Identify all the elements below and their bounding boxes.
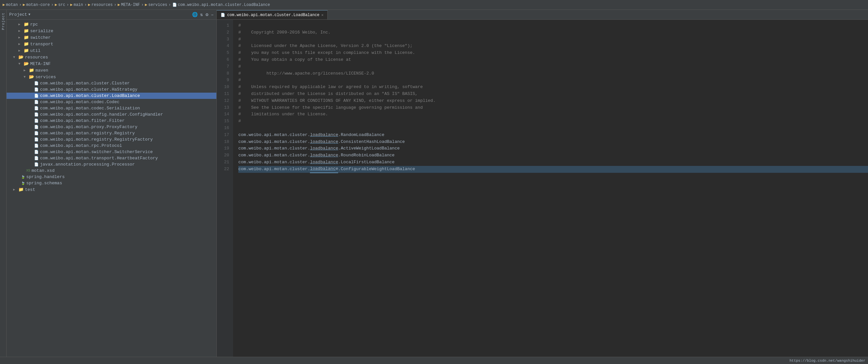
- ln-10: 10: [217, 84, 233, 91]
- tree-item-cluster[interactable]: 📄 com.weibo.api.motan.cluster.Cluster: [6, 80, 216, 86]
- chevron-down-icon[interactable]: ▼: [29, 13, 31, 17]
- ln-3: 3: [217, 36, 233, 43]
- tree-item-rpc[interactable]: ▶ 📁 rpc: [6, 21, 216, 28]
- editor-tab-loadbalance[interactable]: 📄 com.weibo.api.motan.cluster.LoadBalanc…: [217, 10, 328, 20]
- folder-icon-resources: ▶: [88, 2, 90, 7]
- tree-item-util[interactable]: ▶ 📁 util: [6, 47, 216, 54]
- folder-icon-transport: 📁: [24, 41, 29, 47]
- folder-icon-serialize: 📁: [24, 28, 29, 33]
- code-line-9: #: [238, 77, 868, 84]
- arrow-util: ▶: [19, 49, 24, 53]
- arrow-rpc: ▶: [19, 22, 24, 26]
- minimize-icon[interactable]: –: [211, 12, 214, 18]
- tree-item-springschemas[interactable]: 🍃 spring.schemas: [6, 180, 216, 186]
- tree-item-hastrategy[interactable]: 📄 com.weibo.api.motan.cluster.HaStrategy: [6, 86, 216, 93]
- tree-item-services[interactable]: ▼ 📂 services: [6, 73, 216, 80]
- file-icon-proxyfactory: 📄: [34, 125, 39, 129]
- breadcrumb-motan-core[interactable]: ▶ motan-core: [23, 2, 50, 7]
- ln-15: 15: [217, 118, 233, 125]
- tree-item-serialization[interactable]: 📄 com.weibo.api.motan.codec.Serializatio…: [6, 105, 216, 111]
- arrow-resources: ▼: [13, 56, 19, 59]
- folder-icon-services: 📂: [29, 74, 34, 80]
- ln-14: 14: [217, 111, 233, 118]
- tree-item-springhandlers[interactable]: 🍃 spring.handlers: [6, 174, 216, 180]
- ln-8: 8: [217, 70, 233, 77]
- file-icon-registry: 📄: [34, 131, 39, 135]
- tree-item-transport[interactable]: ▶ 📁 transport: [6, 41, 216, 47]
- code-line-5: # you may not use this file except in co…: [238, 50, 868, 57]
- tree-item-proxyfactory[interactable]: 📄 com.weibo.api.motan.proxy.ProxyFactory: [6, 124, 216, 130]
- tree-item-resources[interactable]: ▼ 📂 resources: [6, 54, 216, 60]
- tree-item-processor[interactable]: 📄 javax.annotation.processing.Processor: [6, 161, 216, 168]
- ln-4: 4: [217, 43, 233, 50]
- ln-22: 22: [217, 166, 233, 173]
- folder-icon-src: ▶: [55, 2, 57, 7]
- editor-area: 📄 com.weibo.api.motan.cluster.LoadBalanc…: [217, 10, 868, 357]
- code-line-11: # distributed under the License is distr…: [238, 91, 868, 97]
- code-line-6: # You may obtain a copy of the License a…: [238, 57, 868, 63]
- breadcrumb-file[interactable]: 📄 com.weibo.api.motan.cluster.LoadBalanc…: [172, 3, 270, 7]
- folder-icon-test: 📁: [19, 187, 24, 192]
- ln-18: 18: [217, 139, 233, 146]
- tree-item-confighandler[interactable]: 📄 com.weibo.api.motan.config.handler.Con…: [6, 111, 216, 118]
- tree-item-registryfactory[interactable]: 📄 com.weibo.api.motan.registry.RegistryF…: [6, 136, 216, 143]
- project-tree: ▶ 📁 rpc ▶ 📁 serialize ▶ 📁 switcher: [6, 20, 216, 357]
- code-line-13: # See the License for the specific langu…: [238, 104, 868, 111]
- project-panel: Project ▼ 🌐 ⇅ ⚙ – ▶ 📁 rpc ▶ 📁: [6, 10, 217, 357]
- editor-tabs: 📄 com.weibo.api.motan.cluster.LoadBalanc…: [217, 10, 868, 20]
- tree-item-motanxsd[interactable]: XS motan.xsd: [6, 168, 216, 174]
- code-line-14: # limitations under the License.: [238, 111, 868, 118]
- breadcrumb-src[interactable]: ▶ src: [55, 2, 65, 7]
- folder-icon-switcher: 📁: [24, 35, 29, 40]
- tree-item-maven[interactable]: ▶ 📁 maven: [6, 67, 216, 73]
- ln-11: 11: [217, 91, 233, 97]
- arrow-maven: ▶: [24, 68, 29, 72]
- code-line-15: #: [238, 118, 868, 125]
- tab-close-button[interactable]: ✕: [321, 13, 324, 17]
- breadcrumb-main[interactable]: ▶ main: [70, 2, 83, 7]
- globe-icon[interactable]: 🌐: [192, 12, 198, 18]
- tree-item-registry[interactable]: 📄 com.weibo.api.motan.registry.Registry: [6, 130, 216, 136]
- tree-item-heartbeat[interactable]: 📄 com.weibo.api.motan.transport.Heartbea…: [6, 155, 216, 161]
- folder-icon: ▶: [23, 2, 25, 7]
- folder-icon-resources-tree: 📂: [19, 55, 24, 60]
- tree-item-protocol[interactable]: 📄 com.weibo.api.motan.rpc.Protocol: [6, 143, 216, 149]
- breadcrumb-meta-inf[interactable]: ▶ META-INF: [118, 2, 140, 7]
- tree-item-switcherservice[interactable]: 📄 com.weibo.api.motan.switcher.SwitcherS…: [6, 149, 216, 155]
- gear-icon[interactable]: ⚙: [206, 12, 208, 18]
- tree-item-filter[interactable]: 📄 com.weibo.api.motan.filter.Filter: [6, 118, 216, 124]
- code-line-20: com.weibo.api.motan.cluster.loadbalance.…: [238, 152, 868, 159]
- sync-icon[interactable]: ⇅: [200, 12, 203, 18]
- file-icon-switcherservice: 📄: [34, 150, 39, 154]
- code-line-4: # Licensed under the Apache License, Ver…: [238, 43, 868, 50]
- tree-item-serialize[interactable]: ▶ 📁 serialize: [6, 28, 216, 34]
- ln-12: 12: [217, 97, 233, 104]
- arrow-transport: ▶: [19, 42, 24, 46]
- file-icon-motanxsd: XS: [26, 169, 30, 173]
- tree-item-codec[interactable]: 📄 com.weibo.api.motan.codec.Codec: [6, 99, 216, 105]
- file-icon-cluster: 📄: [34, 81, 39, 85]
- tab-label: com.weibo.api.motan.cluster.LoadBalance: [227, 13, 319, 18]
- ln-9: 9: [217, 77, 233, 84]
- file-icon-springschemas: 🍃: [21, 181, 25, 185]
- folder-icon-util: 📁: [24, 48, 29, 53]
- folder-icon-services: ▶: [145, 2, 147, 7]
- file-icon-serialization: 📄: [34, 106, 39, 111]
- breadcrumb-resources[interactable]: ▶ resources: [88, 2, 113, 7]
- editor-content: 1 2 3 4 5 6 7 8 9 10 11 12 13 14 15 16 1…: [217, 20, 868, 357]
- code-line-12: # WITHOUT WARRANTIES OR CONDITIONS OF AN…: [238, 97, 868, 104]
- file-icon-codec: 📄: [34, 100, 39, 104]
- tree-item-test[interactable]: ▶ 📁 test: [6, 186, 216, 193]
- code-line-8: # http://www.apache.org/licenses/LICENSE…: [238, 70, 868, 77]
- tree-item-meta-inf[interactable]: ▼ 📂 META-INF: [6, 60, 216, 67]
- project-strip-label[interactable]: Project: [1, 11, 5, 31]
- arrow-switcher: ▶: [19, 35, 24, 39]
- tree-item-switcher[interactable]: ▶ 📁 switcher: [6, 34, 216, 41]
- tree-item-loadbalance[interactable]: 📄 com.weibo.api.motan.cluster.LoadBalanc…: [6, 93, 216, 99]
- arrow-test: ▶: [13, 188, 19, 191]
- code-area[interactable]: # # Copyright 2009-2016 Weibo, Inc. # # …: [233, 20, 868, 357]
- breadcrumb-services[interactable]: ▶ services: [145, 2, 167, 7]
- file-icon-processor: 📄: [34, 162, 39, 166]
- breadcrumb-motan[interactable]: ▶ motan: [3, 2, 18, 7]
- file-icon-protocol: 📄: [34, 144, 39, 148]
